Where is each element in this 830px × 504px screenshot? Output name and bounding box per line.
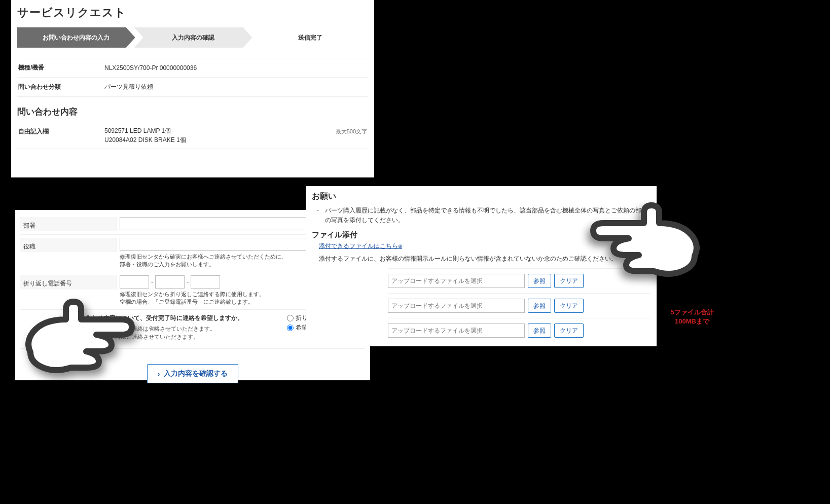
upload-filename-1[interactable] bbox=[388, 274, 525, 288]
clear-button-3[interactable]: クリア bbox=[554, 323, 584, 338]
row-category: 問い合わせ分類 パーツ見積り依頼 bbox=[17, 77, 368, 97]
request-bullet-text: パーツ購入履歴に記載がなく、部品を特定できる情報も不明でしたら、該当部品を含む機… bbox=[325, 206, 651, 225]
tel-input-2[interactable] bbox=[155, 275, 185, 289]
row-model: 機種/機番 NLX2500SY/700-Pr 00000000036 bbox=[17, 58, 368, 77]
browse-button-1[interactable]: 参照 bbox=[528, 274, 551, 288]
callback-note-2: 時や部品発送時など対応完了時にご連絡させていただきます。 bbox=[43, 333, 272, 341]
callback-radio-no[interactable] bbox=[287, 325, 294, 331]
row-free-text: 自由記入欄 5092571 LED LAMP 1個 U20084A02 DISK… bbox=[17, 122, 368, 149]
attachment-panel: お願い ・ パーツ購入履歴に記載がなく、部品を特定できる情報も不明でしたら、該当… bbox=[306, 186, 657, 346]
clear-button-1[interactable]: クリア bbox=[554, 274, 584, 288]
dash-2: - bbox=[187, 278, 189, 285]
upload-row-2: 参照 クリア bbox=[388, 293, 651, 318]
upload-limit-note: 5ファイル合計 100MBまで bbox=[662, 308, 723, 326]
attachment-title: ファイル添付 bbox=[312, 230, 651, 240]
attachment-help-link[interactable]: 添付できるファイルはこちら⊕ bbox=[319, 242, 402, 250]
free-text-label: 自由記入欄 bbox=[18, 126, 104, 136]
model-value: NLX2500SY/700-Pr 00000000036 bbox=[104, 64, 367, 71]
free-text-limit: 最大500文字 bbox=[316, 126, 367, 135]
callback-question: 問い合わせ内容について、受付完了時に連絡を希望しますか。 bbox=[73, 314, 272, 322]
model-label: 機種/機番 bbox=[18, 63, 104, 72]
department-label: 部署 bbox=[20, 217, 117, 231]
dash-1: - bbox=[151, 278, 153, 285]
inquiry-section-title: 問い合わせ内容 bbox=[17, 106, 368, 118]
bullet-dot-icon: ・ bbox=[315, 206, 321, 225]
tel-label: 折り返し電話番号 bbox=[20, 275, 117, 290]
category-value: パーツ見積り依頼 bbox=[104, 83, 367, 91]
confirm-button-label: 入力内容を確認する bbox=[164, 369, 228, 378]
request-title: お願い bbox=[312, 191, 651, 202]
external-link-icon: ⊕ bbox=[398, 243, 402, 249]
step-input[interactable]: お問い合わせ内容の入力 bbox=[17, 27, 135, 48]
upload-filename-3[interactable] bbox=[388, 323, 525, 338]
upload-filename-2[interactable] bbox=[388, 299, 525, 313]
wizard-steps: お問い合わせ内容の入力 入力内容の確認 送信完了 bbox=[17, 27, 368, 48]
upload-row-3: 参照 クリア bbox=[388, 318, 651, 343]
step-done[interactable]: 送信完了 bbox=[251, 27, 369, 48]
category-label: 問い合わせ分類 bbox=[18, 83, 104, 91]
upload-row-1: 参照 クリア bbox=[388, 268, 651, 293]
page-title: サービスリクエスト bbox=[17, 5, 368, 20]
clear-button-2[interactable]: クリア bbox=[554, 299, 584, 313]
attachment-note: 添付するファイルに、お客様の情報開示ルールに則らない情報が含まれていないか念のた… bbox=[319, 255, 651, 263]
free-text-value: 5092571 LED LAMP 1個 U20084A02 DISK BRAKE… bbox=[104, 126, 316, 145]
chevron-right-icon: › bbox=[158, 370, 160, 378]
tel-input-3[interactable] bbox=[191, 275, 220, 289]
service-request-panel: サービスリクエスト お問い合わせ内容の入力 入力内容の確認 送信完了 機種/機番… bbox=[11, 0, 374, 177]
browse-button-3[interactable]: 参照 bbox=[528, 323, 551, 338]
browse-button-2[interactable]: 参照 bbox=[528, 299, 551, 313]
position-label: 役職 bbox=[20, 238, 117, 252]
attachment-help-link-label: 添付できるファイルはこちら bbox=[319, 242, 398, 249]
callback-radio-yes[interactable] bbox=[287, 315, 294, 321]
callback-note-1: い」を選択された場合、受付時のご連絡は省略させていただきます。 bbox=[43, 325, 272, 333]
request-bullet: ・ パーツ購入履歴に記載がなく、部品を特定できる情報も不明でしたら、該当部品を含… bbox=[312, 206, 651, 225]
confirm-button[interactable]: › 入力内容を確認する bbox=[147, 364, 238, 383]
step-confirm[interactable]: 入力内容の確認 bbox=[134, 27, 252, 48]
tel-input-1[interactable] bbox=[120, 275, 149, 289]
